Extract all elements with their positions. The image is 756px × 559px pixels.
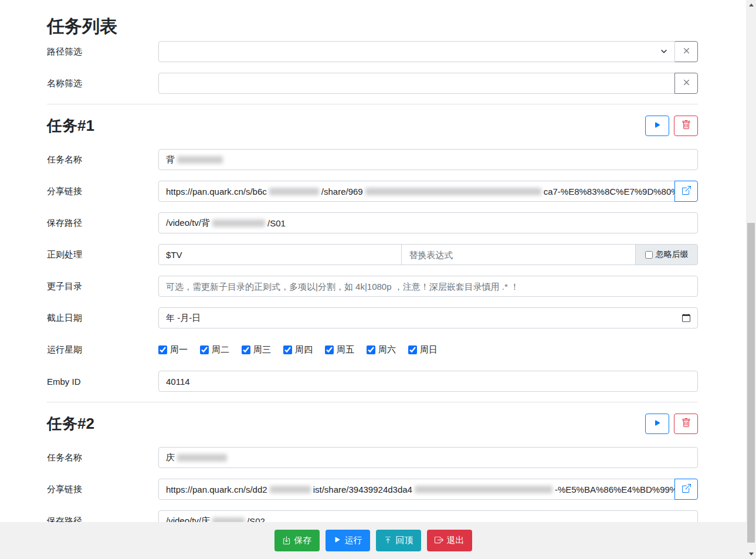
task-1-header: 任务#1 [47,115,698,136]
redacted-text [415,486,552,493]
path-filter-label: 路径筛选 [47,46,158,57]
weekday-sat-checkbox[interactable] [367,345,375,354]
close-icon [682,46,691,57]
task-1-emby-id-input[interactable] [158,371,698,392]
task-2-name-row: 任务名称 庆 [47,447,698,468]
name-filter-clear-button[interactable] [674,73,698,94]
path-filter-row: 路径筛选 [47,41,698,62]
task-2-name-input[interactable]: 庆 [158,447,698,468]
task-2-share-link-input[interactable]: https://pan.quark.cn/s/dd2ist/share/3943… [158,479,675,500]
weekday-sat: 周六 [367,344,396,355]
redacted-text [177,156,223,164]
task-1-regex-row: 正则处理 忽略后缀 [47,244,698,265]
weekday-sun: 周日 [408,344,438,355]
arrow-bar-up-icon [384,536,392,546]
bottom-action-bar: 保存 运行 回顶 退出 [0,522,746,559]
save-button[interactable]: 保存 [274,530,320,551]
redacted-text [177,454,227,462]
weekday-thu-checkbox[interactable] [283,345,292,354]
share-link-label: 分享链接 [47,186,158,197]
run-button[interactable]: 运行 [326,530,370,551]
task-name-label: 任务名称 [47,452,158,463]
weekday-wed-checkbox[interactable] [242,345,250,354]
task-1-deadline-input[interactable]: 年 -月-日 [158,307,698,328]
weekday-mon: 周一 [158,344,188,355]
weekday-wed: 周三 [242,344,271,355]
external-link-icon [682,186,691,197]
task-1-save-path-input[interactable]: /video/tv/背/S01 [158,212,698,233]
task-2-run-button[interactable] [645,414,669,434]
task-1-name-row: 任务名称 背 [47,149,698,170]
page-title: 任务列表 [47,15,698,38]
trash-icon [682,120,691,131]
weekday-mon-checkbox[interactable] [158,345,167,354]
redacted-text [269,188,319,195]
scrollbar-thumb[interactable] [747,223,755,543]
logout-icon [435,536,443,546]
name-filter-label: 名称筛选 [47,78,158,89]
path-filter-clear-button[interactable] [674,41,698,62]
scroll-down-arrow[interactable] [746,549,756,559]
name-filter-row: 名称筛选 [47,73,698,94]
emby-id-label: Emby ID [47,377,158,387]
path-filter-select[interactable] [158,41,675,62]
external-link-icon [682,484,691,494]
weekday-sun-checkbox[interactable] [408,345,417,354]
ignore-suffix-label: 忽略后缀 [656,249,689,260]
task-name-label: 任务名称 [47,154,158,165]
task-1-delete-button[interactable] [674,116,698,136]
trash-icon [682,418,691,429]
task-2-share-link-row: 分享链接 https://pan.quark.cn/s/dd2ist/share… [47,479,698,500]
task-1-subdir-input[interactable] [158,276,698,297]
task-2-delete-button[interactable] [674,414,698,434]
close-icon [682,78,691,89]
regex-label: 正则处理 [47,249,158,260]
weekday-tue: 周二 [200,344,229,355]
weekday-fri-checkbox[interactable] [325,345,334,354]
weekday-tue-checkbox[interactable] [200,345,209,354]
task-1-ignore-suffix-addon: 忽略后缀 [635,244,698,265]
calendar-icon[interactable] [682,314,690,322]
share-link-label: 分享链接 [47,484,158,495]
task-1-deadline-row: 截止日期 年 -月-日 [47,307,698,328]
vertical-scrollbar[interactable] [746,0,756,559]
play-icon [653,418,662,429]
run-weekdays-label: 运行星期 [47,344,158,355]
task-1-replace-input[interactable] [401,244,636,265]
task-1-title: 任务#1 [47,115,94,136]
task-1-regex-input[interactable] [158,244,402,265]
weekday-thu: 周四 [283,344,313,355]
task-1-weekdays-row: 运行星期 周一 周二 周三 周四 周五 周六 周日 [47,339,698,360]
save-path-label: 保存路径 [47,218,158,229]
update-subdir-label: 更子目录 [47,281,158,292]
deadline-label: 截止日期 [47,313,158,324]
task-2-header: 任务#2 [47,413,698,434]
redacted-text [212,219,265,227]
redacted-text [365,188,541,195]
task-1-save-path-row: 保存路径 /video/tv/背/S01 [47,212,698,233]
task-1-emby-row: Emby ID [47,371,698,392]
redacted-text [270,486,311,493]
task-list-page: 任务列表 路径筛选 名称筛选 [47,0,698,531]
weekday-fri: 周五 [325,344,354,355]
play-icon [333,536,341,546]
task-2-open-link-button[interactable] [674,479,698,500]
section-divider [47,402,698,402]
section-divider [47,104,698,104]
task-1-share-link-input[interactable]: https://pan.quark.cn/s/b6c/share/969ca7-… [158,181,675,202]
task-1-run-button[interactable] [645,116,669,136]
task-1-name-input[interactable]: 背 [158,149,698,170]
task-1-ignore-suffix-checkbox[interactable] [645,251,653,259]
task-1-share-link-row: 分享链接 https://pan.quark.cn/s/b6c/share/96… [47,181,698,202]
name-filter-input[interactable] [158,73,675,94]
save-icon [282,536,291,546]
scroll-up-arrow[interactable] [746,0,756,10]
back-to-top-button[interactable]: 回顶 [376,530,421,551]
exit-button[interactable]: 退出 [427,530,472,551]
task-1-open-link-button[interactable] [674,181,698,202]
play-icon [653,120,662,131]
task-2-title: 任务#2 [47,413,94,434]
task-1-subdir-row: 更子目录 [47,276,698,297]
